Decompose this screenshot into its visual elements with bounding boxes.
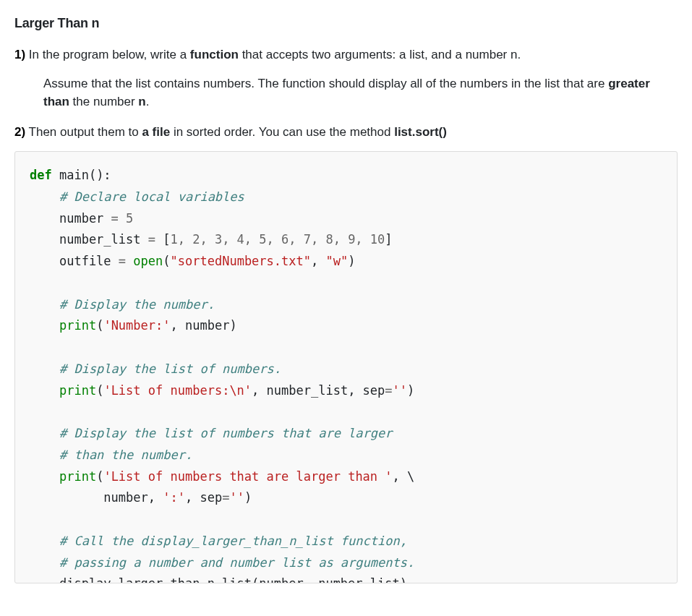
code-l3-eq: = bbox=[111, 211, 119, 226]
code-l16-s2: '' bbox=[229, 490, 244, 505]
code-l5-s2: "w" bbox=[325, 254, 348, 268]
code-l16b: , sep bbox=[185, 490, 222, 505]
step-number-1: 1) bbox=[14, 48, 25, 61]
code-l8-print: print bbox=[59, 318, 96, 333]
code-l4b: [ bbox=[155, 232, 170, 247]
code-l11-eq: = bbox=[385, 383, 392, 398]
code-l3-num: 5 bbox=[126, 211, 133, 226]
kw-def: def bbox=[30, 168, 52, 182]
code-l16-s: ':' bbox=[163, 490, 185, 505]
comment-display-list: # Display the list of numbers. bbox=[30, 362, 281, 376]
code-main-sig: main(): bbox=[52, 168, 111, 182]
code-l5e: ) bbox=[348, 254, 355, 268]
comment-declare: # Declare local variables bbox=[30, 189, 244, 204]
code-l5c: ( bbox=[163, 254, 170, 268]
comment-display-number: # Display the number. bbox=[30, 297, 215, 312]
comment-display-larger-2: # than the number. bbox=[30, 448, 192, 462]
code-l8c: , number) bbox=[171, 318, 237, 333]
code-l11-s2: '' bbox=[393, 383, 407, 398]
code-l11b: ( bbox=[96, 383, 103, 398]
indent-bold-n: n bbox=[138, 95, 145, 108]
code-l15a bbox=[30, 469, 59, 484]
code-l15-print: print bbox=[59, 469, 96, 484]
instr2-bold-file: a file bbox=[142, 125, 170, 139]
code-l11-print: print bbox=[59, 383, 96, 398]
code-l8-s: 'Number:' bbox=[103, 318, 170, 333]
code-l5-open: open bbox=[133, 254, 163, 268]
code-l15b: ( bbox=[96, 469, 103, 484]
comment-call-2: # passing a number and number list as ar… bbox=[30, 555, 414, 570]
code-l5b bbox=[126, 254, 133, 268]
comment-display-larger-1: # Display the list of numbers that are l… bbox=[30, 426, 393, 440]
document-content: Larger Than n 1) In the program below, w… bbox=[0, 0, 692, 583]
code-l11c: , number_list, sep bbox=[252, 383, 385, 398]
code-l15-s1: 'List of numbers that are larger than ' bbox=[103, 469, 392, 484]
indent-period: . bbox=[146, 95, 150, 108]
code-l16-eq: = bbox=[222, 490, 229, 505]
problem-title: Larger Than n bbox=[14, 16, 678, 31]
code-l5-s1: "sortedNumbers.txt" bbox=[171, 254, 311, 268]
code-l3a: number bbox=[30, 211, 111, 226]
code-l11-s1: 'List of numbers:\n' bbox=[103, 383, 252, 398]
code-l16c: ) bbox=[244, 490, 252, 505]
code-l11a bbox=[30, 383, 59, 398]
code-l16a: number, bbox=[30, 490, 163, 505]
code-l4c: ] bbox=[385, 232, 392, 247]
code-l20: display_larger_than_n_list(number, numbe… bbox=[30, 576, 407, 583]
code-l4a: number_list bbox=[30, 232, 148, 247]
code-l8a bbox=[30, 318, 59, 333]
step-number-2: 2) bbox=[14, 125, 25, 139]
instruction-1: 1) In the program below, write a functio… bbox=[14, 46, 678, 64]
instr2-pre: Then output them to bbox=[25, 125, 142, 139]
code-l15c: , \ bbox=[393, 469, 415, 484]
instr1-pre: In the program below, write a bbox=[25, 48, 190, 61]
comment-call-1: # Call the display_larger_than_n_list fu… bbox=[30, 534, 407, 548]
code-l5-eq: = bbox=[119, 254, 126, 268]
code-l4-eq: = bbox=[148, 232, 155, 247]
instr1-post: that accepts two arguments: a list, and … bbox=[239, 48, 521, 61]
code-l5a: outfile bbox=[30, 254, 119, 268]
indent-line1: Assume that the list contains numbers. T… bbox=[43, 77, 608, 90]
code-l11d: ) bbox=[407, 383, 414, 398]
instr2-bold-sort: list.sort() bbox=[394, 125, 447, 139]
code-block: def main(): # Declare local variables nu… bbox=[14, 151, 678, 583]
instr2-mid: in sorted order. You can use the method bbox=[170, 125, 394, 139]
code-l8b: ( bbox=[96, 318, 103, 333]
indent-post: the number bbox=[69, 95, 138, 108]
code-l5d: , bbox=[311, 254, 325, 268]
code-l3b bbox=[119, 211, 126, 226]
instruction-indent: Assume that the list contains numbers. T… bbox=[43, 74, 678, 111]
instr1-bold-function: function bbox=[190, 48, 239, 61]
code-l4-nums: 1, 2, 3, 4, 5, 6, 7, 8, 9, 10 bbox=[171, 232, 385, 247]
instruction-2: 2) Then output them to a file in sorted … bbox=[14, 123, 678, 142]
